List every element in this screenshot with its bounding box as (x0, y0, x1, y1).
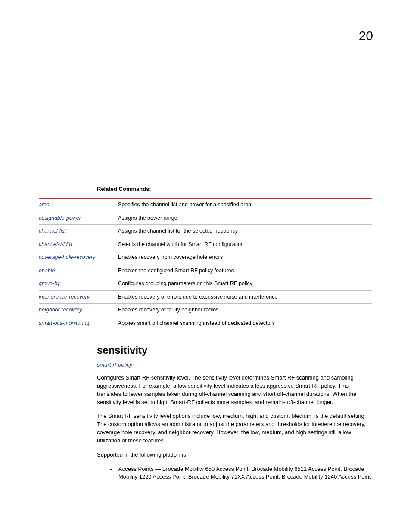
command-name-cell: coverage-hole-recovery (39, 251, 118, 264)
table-row: areaSpecifies the channel list and power… (39, 199, 372, 212)
command-link-area[interactable]: area (39, 202, 50, 208)
command-link-smart-ocs-monitoring[interactable]: smart-ocs-monitoring (39, 320, 89, 326)
command-desc-cell: Specifies the channel list and power for… (118, 199, 372, 212)
page-content: Related Commands: areaSpecifies the chan… (39, 185, 372, 481)
paragraph-supported-platforms: Supported in the following platforms: (97, 451, 372, 459)
command-link-assignable-power[interactable]: assignable-power (39, 215, 81, 221)
command-name-cell: neighbor-recovery (39, 304, 118, 317)
command-desc-cell: Enables recovery of errors due to excess… (118, 290, 372, 304)
command-link-coverage-hole-recovery[interactable]: coverage-hole-recovery (39, 254, 95, 260)
table-row: channel-widthSelects the channel width f… (39, 238, 372, 251)
command-name-cell: enable (39, 264, 118, 277)
table-row: group-byConfigures grouping parameters o… (39, 277, 372, 291)
table-row: smart-ocs-monitoringApplies smart off ch… (39, 317, 372, 330)
table-row: enableEnables the configured Smart RF po… (39, 264, 372, 277)
related-commands-heading: Related Commands: (97, 185, 372, 193)
paragraph-description-2: The Smart RF sensitivity level options i… (97, 412, 372, 445)
command-link-interference-recovery[interactable]: interference-recovery (39, 294, 90, 300)
paragraph-description-1: Configures Smart RF sensitivity level. T… (97, 374, 372, 406)
page: 20 Related Commands: areaSpecifies the c… (0, 0, 411, 532)
command-name-cell: assignable-power (39, 212, 118, 225)
command-desc-cell: Selects the channel width for Smart RF c… (118, 238, 372, 251)
platforms-list: Access Points — Brocade Mobility 650 Acc… (110, 465, 372, 482)
command-name-cell: interference-recovery (39, 290, 118, 304)
command-name-cell: smart-ocs-monitoring (39, 317, 118, 330)
command-desc-cell: Enables recovery of faulty neighbor radi… (118, 304, 372, 317)
command-desc-cell: Assigns the channel list for the selecte… (118, 225, 372, 238)
command-link-group-by[interactable]: group-by (39, 280, 60, 286)
command-name-cell: channel-width (39, 238, 118, 251)
command-desc-cell: Enables recovery from coverage hole erro… (118, 251, 372, 264)
table-row: assignable-powerAssigns the power range (39, 212, 372, 225)
command-link-neighbor-recovery[interactable]: neighbor-recovery (39, 307, 82, 313)
section-heading-sensitivity: sensitivity (97, 343, 372, 358)
command-name-cell: area (39, 199, 118, 212)
policy-link-smart-rf[interactable]: smart-rf-policy (97, 361, 372, 369)
command-desc-cell: Configures grouping parameters on this S… (118, 277, 372, 291)
command-link-enable[interactable]: enable (39, 268, 55, 274)
command-desc-cell: Applies smart off channel scanning inste… (118, 317, 372, 330)
command-desc-cell: Assigns the power range (118, 212, 372, 225)
command-link-channel-list[interactable]: channel-list (39, 228, 66, 234)
command-name-cell: group-by (39, 277, 118, 291)
table-row: neighbor-recoveryEnables recovery of fau… (39, 304, 372, 317)
table-row: interference-recoveryEnables recovery of… (39, 290, 372, 304)
command-link-channel-width[interactable]: channel-width (39, 241, 72, 247)
table-row: coverage-hole-recoveryEnables recovery f… (39, 251, 372, 264)
platforms-list-item: Access Points — Brocade Mobility 650 Acc… (110, 465, 372, 482)
table-row: channel-listAssigns the channel list for… (39, 225, 372, 238)
related-commands-table: areaSpecifies the channel list and power… (39, 198, 372, 330)
command-desc-cell: Enables the configured Smart RF policy f… (118, 264, 372, 277)
command-name-cell: channel-list (39, 225, 118, 238)
chapter-number: 20 (359, 27, 373, 45)
